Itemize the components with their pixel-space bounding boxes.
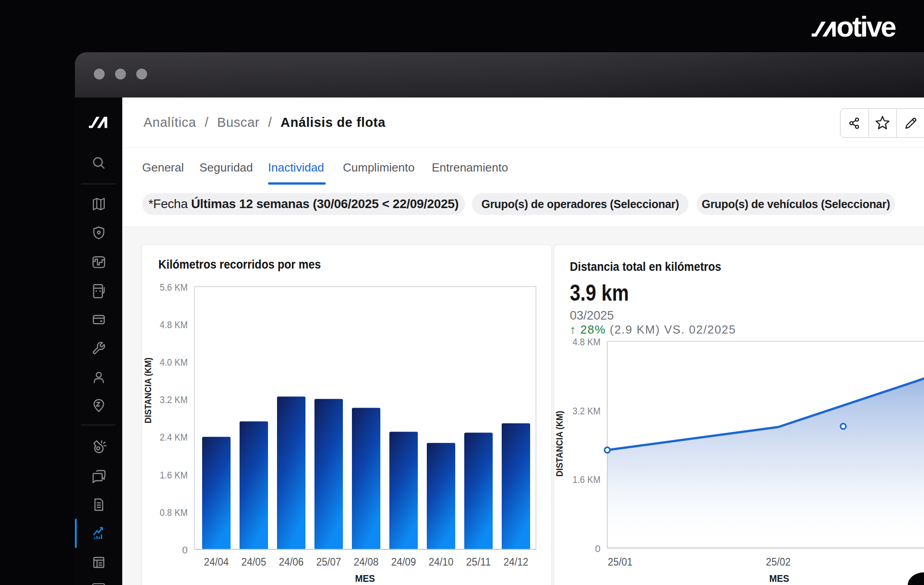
svg-text:DISTANCIA (KM): DISTANCIA (KM) xyxy=(554,411,564,477)
svg-text:1.6 KM: 1.6 KM xyxy=(573,474,601,485)
svg-text:25/02: 25/02 xyxy=(766,556,791,568)
svg-text:24/04: 24/04 xyxy=(204,556,229,568)
svg-text:otive: otive xyxy=(836,15,896,41)
svg-text:4.0 KM: 4.0 KM xyxy=(160,357,188,368)
svg-text:25/07: 25/07 xyxy=(316,556,341,568)
svg-text:0: 0 xyxy=(182,544,188,556)
svg-text:24/09: 24/09 xyxy=(391,556,416,568)
svg-text:24/06: 24/06 xyxy=(279,556,304,568)
svg-text:24/05: 24/05 xyxy=(241,556,266,568)
svg-text:MES: MES xyxy=(355,573,375,584)
svg-text:2.4 KM: 2.4 KM xyxy=(160,432,188,443)
svg-text:25/01: 25/01 xyxy=(608,556,633,568)
svg-text:24/12: 24/12 xyxy=(504,556,528,568)
svg-text:4.8 KM: 4.8 KM xyxy=(160,319,188,330)
svg-text:5.6 KM: 5.6 KM xyxy=(160,282,188,293)
svg-text:3.2 KM: 3.2 KM xyxy=(160,394,188,405)
svg-text:0.8 KM: 0.8 KM xyxy=(160,507,188,518)
svg-text:24/10: 24/10 xyxy=(429,556,453,568)
svg-text:24/08: 24/08 xyxy=(354,556,379,568)
svg-text:MES: MES xyxy=(769,573,789,584)
svg-text:25/11: 25/11 xyxy=(466,556,491,568)
svg-text:4.8 KM: 4.8 KM xyxy=(573,336,601,348)
svg-text:DISTANCIA (KM): DISTANCIA (KM) xyxy=(143,358,153,423)
svg-text:0: 0 xyxy=(595,543,601,554)
svg-text:3.2 KM: 3.2 KM xyxy=(573,405,601,417)
svg-text:1.6 KM: 1.6 KM xyxy=(160,469,188,481)
